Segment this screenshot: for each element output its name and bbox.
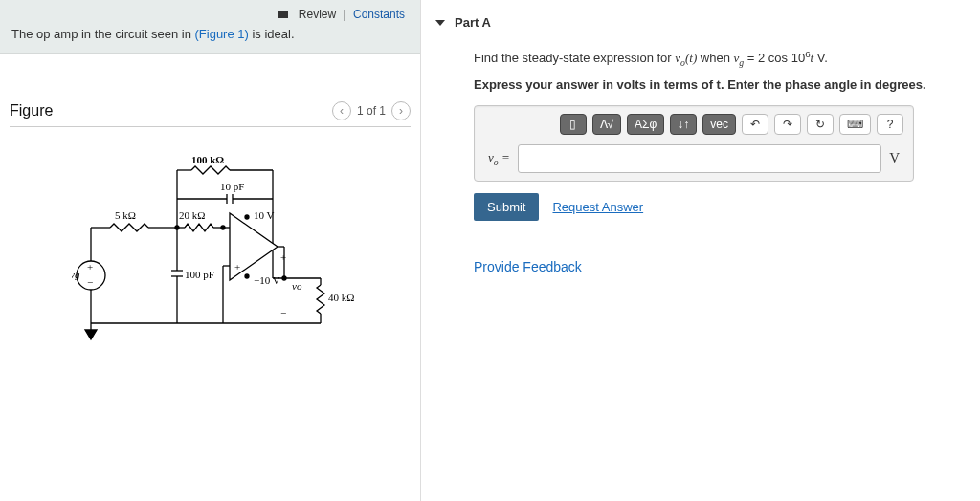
review-icon bbox=[278, 11, 288, 18]
hint-text: Express your answer in volts in terms of… bbox=[474, 77, 962, 92]
label-r100k: 100 kΩ bbox=[191, 156, 224, 165]
problem-prefix: The op amp in the circuit seen in bbox=[11, 27, 195, 41]
tool-greek[interactable]: ΑΣφ bbox=[627, 114, 664, 135]
tool-vec[interactable]: vec bbox=[702, 114, 736, 135]
provide-feedback-link[interactable]: Provide Feedback bbox=[474, 259, 962, 274]
figure-prev-button[interactable]: ‹ bbox=[332, 101, 351, 120]
svg-point-24 bbox=[245, 274, 249, 278]
tool-undo[interactable]: ↶ bbox=[742, 114, 768, 135]
label-r20k: 20 kΩ bbox=[179, 209, 205, 221]
review-link[interactable]: Review bbox=[299, 8, 336, 21]
part-title: Part A bbox=[455, 15, 491, 30]
tool-arrows[interactable]: ↓↑ bbox=[670, 114, 697, 135]
problem-header: Review | Constants The op amp in the cir… bbox=[0, 0, 420, 54]
figure-next-button[interactable]: › bbox=[391, 101, 411, 120]
tool-template[interactable]: ▯ bbox=[560, 114, 587, 135]
figure-pager: ‹ 1 of 1 › bbox=[332, 101, 411, 120]
answer-input[interactable] bbox=[518, 144, 881, 173]
svg-text:−: − bbox=[234, 223, 240, 234]
tool-reset[interactable]: ↻ bbox=[807, 114, 834, 135]
request-answer-link[interactable]: Request Answer bbox=[552, 200, 643, 214]
svg-text:−: − bbox=[280, 307, 286, 318]
part-a-header[interactable]: Part A bbox=[435, 10, 966, 35]
figure-ref-link[interactable]: (Figure 1) bbox=[195, 27, 249, 41]
label-vo: vo bbox=[292, 280, 302, 292]
problem-statement: The op amp in the circuit seen in (Figur… bbox=[11, 27, 409, 41]
circuit-diagram: 100 kΩ 10 pF 5 kΩ bbox=[10, 156, 411, 359]
label-r40k: 40 kΩ bbox=[328, 292, 354, 303]
answer-box: ▯ ᐱ√ ΑΣφ ↓↑ vec ↶ ↷ ↻ ⌨ ? vo = V bbox=[474, 105, 914, 182]
question-text: Find the steady-state expression for vo(… bbox=[474, 49, 962, 68]
tool-keyboard[interactable]: ⌨ bbox=[839, 114, 871, 135]
caret-down-icon bbox=[435, 20, 445, 26]
figure-pager-text: 1 of 1 bbox=[357, 104, 386, 118]
svg-text:+: + bbox=[280, 251, 286, 263]
answer-toolbar: ▯ ᐱ√ ΑΣφ ↓↑ vec ↶ ↷ ↻ ⌨ ? bbox=[484, 114, 903, 135]
label-vminus: −10 V bbox=[254, 274, 280, 286]
svg-text:−: − bbox=[87, 276, 93, 288]
review-links: Review | Constants bbox=[11, 8, 409, 21]
separator: | bbox=[344, 8, 346, 21]
submit-button[interactable]: Submit bbox=[474, 193, 539, 221]
answer-unit: V bbox=[889, 150, 903, 166]
svg-point-28 bbox=[282, 276, 286, 280]
svg-text:+: + bbox=[87, 261, 93, 272]
answer-eq-label: vo = bbox=[484, 150, 510, 167]
problem-suffix: is ideal. bbox=[249, 27, 295, 41]
figure-heading: Figure bbox=[10, 102, 53, 120]
tool-sqrt[interactable]: ᐱ√ bbox=[592, 114, 622, 135]
tool-redo[interactable]: ↷ bbox=[774, 114, 801, 135]
constants-link[interactable]: Constants bbox=[353, 8, 405, 21]
svg-marker-39 bbox=[85, 330, 97, 339]
svg-point-23 bbox=[245, 215, 249, 219]
label-vplus: 10 V bbox=[254, 209, 275, 221]
label-r5k: 5 kΩ bbox=[115, 209, 136, 221]
label-c100p: 100 pF bbox=[185, 269, 214, 280]
label-vg: vg bbox=[72, 269, 80, 280]
tool-help[interactable]: ? bbox=[877, 114, 903, 135]
svg-text:+: + bbox=[234, 261, 240, 272]
label-c10p: 10 pF bbox=[220, 181, 244, 192]
